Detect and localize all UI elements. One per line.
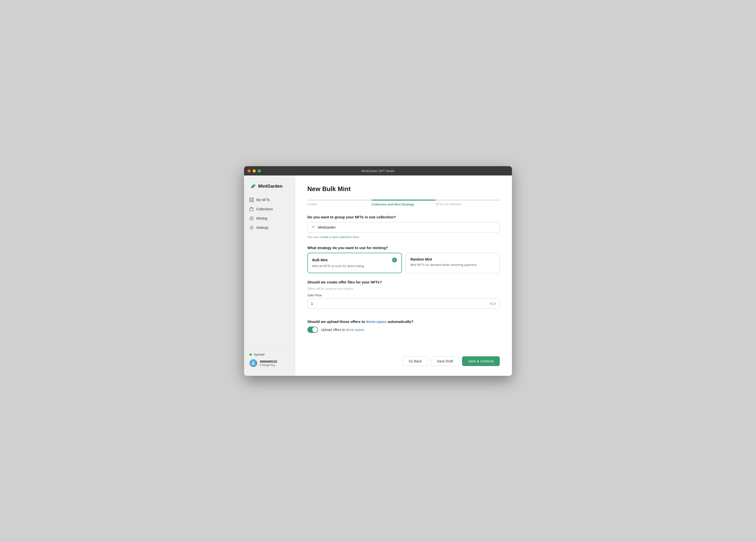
sale-price-input[interactable] bbox=[308, 299, 486, 309]
step-collection-label: Collection and Mint Strategy bbox=[371, 202, 435, 206]
dexie-link-toggle[interactable]: dexie.space bbox=[346, 328, 364, 332]
sidebar: MintGarden My NFTs bbox=[244, 175, 295, 376]
svg-rect-3 bbox=[252, 200, 254, 202]
sidebar-item-collections[interactable]: Collections bbox=[246, 205, 293, 213]
step-creator-label: Creator bbox=[307, 202, 371, 206]
toggle-label: Upload offers to dexie.space. bbox=[321, 328, 365, 332]
strategy-card-bulk-mint[interactable]: Bulk Mint ✓ Mint all NFTs at once for di… bbox=[307, 253, 402, 273]
collection-dropdown-icon bbox=[311, 225, 315, 229]
save-continue-button[interactable]: Save & Continue bbox=[462, 356, 500, 366]
main-content: New Bulk Mint Creator Collection and Min… bbox=[295, 175, 512, 376]
random-mint-title: Random Mint bbox=[410, 257, 495, 261]
bulk-mint-title: Bulk Mint ✓ bbox=[312, 257, 397, 262]
collection-question: Do you want to group your NFTs in one co… bbox=[307, 215, 500, 219]
svg-rect-2 bbox=[250, 200, 251, 202]
stepper: Creator Collection and Mint Strategy NFT… bbox=[307, 199, 500, 206]
footer-actions: Go Back Save Draft Save & Continue bbox=[307, 347, 500, 366]
upload-question-suffix: automatically? bbox=[387, 320, 413, 324]
sale-price-label: Sale Price bbox=[307, 294, 500, 297]
wallet-details: 3689485332 Change key bbox=[260, 360, 277, 367]
strategy-question: What strategy do you want to use for min… bbox=[307, 246, 500, 250]
dexie-link-question[interactable]: dexie.space bbox=[366, 320, 387, 324]
sidebar-item-minting[interactable]: Minting bbox=[246, 214, 293, 223]
svg-rect-0 bbox=[250, 198, 251, 199]
sidebar-item-settings[interactable]: Settings bbox=[246, 223, 293, 232]
wallet-avatar bbox=[249, 359, 257, 367]
sync-status: Synced bbox=[249, 353, 290, 356]
upload-question-prefix: Should we upload those offers to bbox=[307, 320, 366, 324]
hint-prefix: You can bbox=[307, 235, 320, 239]
wallet-info[interactable]: 3689485332 Change key bbox=[249, 359, 290, 367]
bulk-mint-desc: Mint all NFTs at once for direct listing… bbox=[312, 264, 397, 268]
sidebar-item-collections-label: Collections bbox=[256, 207, 273, 211]
strategy-card-random-mint[interactable]: Random Mint Mint NFTs on demand when rec… bbox=[406, 253, 500, 273]
sidebar-item-settings-label: Settings bbox=[256, 226, 269, 229]
toggle-row: Upload offers to dexie.space. bbox=[307, 327, 500, 333]
step-nfts-bar bbox=[436, 199, 500, 200]
sidebar-footer: Synced 3689485332 Change key bbox=[244, 349, 295, 371]
sidebar-item-my-nfts-label: My NFTs bbox=[256, 198, 270, 202]
collection-section: Do you want to group your NFTs in one co… bbox=[307, 215, 500, 239]
svg-rect-4 bbox=[250, 208, 253, 211]
save-draft-button[interactable]: Save Draft bbox=[431, 356, 459, 366]
bulk-mint-check-icon: ✓ bbox=[392, 257, 397, 262]
sync-dot bbox=[249, 353, 252, 356]
currency-label: XCH bbox=[486, 299, 500, 309]
sidebar-item-minting-label: Minting bbox=[256, 216, 267, 220]
grid-icon bbox=[249, 198, 254, 202]
strategy-section: What strategy do you want to use for min… bbox=[307, 246, 500, 273]
offer-section: Should we create offer files for your NF… bbox=[307, 280, 500, 309]
toggle-label-suffix: . bbox=[364, 328, 365, 332]
step-creator: Creator bbox=[307, 199, 371, 206]
step-collection: Collection and Mint Strategy bbox=[371, 199, 435, 206]
offer-sub-hint: Offers will be stored on your device. bbox=[307, 287, 500, 291]
upload-toggle[interactable] bbox=[307, 327, 318, 333]
close-button[interactable] bbox=[247, 169, 251, 172]
collection-dropdown[interactable]: MintGarden bbox=[307, 222, 500, 233]
upload-question: Should we upload those offers to dexie.s… bbox=[307, 320, 500, 324]
minimize-button[interactable] bbox=[253, 169, 256, 172]
step-nfts: NFTs and Attributes bbox=[436, 199, 500, 206]
create-collection-link[interactable]: create a new collection here. bbox=[320, 235, 360, 239]
sidebar-item-my-nfts[interactable]: My NFTs bbox=[246, 195, 293, 204]
collection-selected-value: MintGarden bbox=[318, 225, 336, 229]
collections-icon bbox=[249, 207, 254, 211]
step-nfts-label: NFTs and Attributes bbox=[436, 202, 500, 206]
go-back-button[interactable]: Go Back bbox=[403, 356, 428, 366]
strategy-cards: Bulk Mint ✓ Mint all NFTs at once for di… bbox=[307, 253, 500, 273]
page-title: New Bulk Mint bbox=[307, 185, 500, 193]
sidebar-nav: My NFTs Collections Minting bbox=[244, 195, 295, 346]
maximize-button[interactable] bbox=[258, 169, 261, 172]
logo-text: MintGarden bbox=[258, 184, 283, 189]
minting-icon bbox=[249, 216, 254, 220]
toggle-label-prefix: Upload offers to bbox=[321, 328, 346, 332]
sidebar-logo: MintGarden bbox=[244, 180, 295, 195]
window-title: MintGarden NFT Studio bbox=[361, 169, 395, 173]
window-body: MintGarden My NFTs bbox=[244, 175, 512, 376]
random-mint-desc: Mint NFTs on demand when receiving payme… bbox=[410, 263, 495, 267]
svg-rect-1 bbox=[252, 198, 254, 199]
toggle-knob bbox=[312, 327, 318, 333]
price-input-wrap: XCH bbox=[307, 299, 500, 309]
upload-section: Should we upload those offers to dexie.s… bbox=[307, 320, 500, 333]
offer-question: Should we create offer files for your NF… bbox=[307, 280, 500, 284]
wallet-id: 3689485332 bbox=[260, 360, 277, 363]
step-creator-bar bbox=[307, 199, 371, 200]
logo-icon bbox=[249, 183, 256, 189]
svg-point-7 bbox=[252, 362, 254, 364]
step-collection-bar bbox=[371, 199, 435, 200]
svg-point-6 bbox=[251, 227, 252, 228]
settings-icon bbox=[249, 225, 254, 230]
wallet-change-key[interactable]: Change key bbox=[260, 363, 277, 367]
collection-hint: You can create a new collection here. bbox=[307, 235, 500, 239]
sync-text: Synced bbox=[254, 353, 264, 356]
traffic-lights bbox=[247, 169, 261, 172]
app-window: MintGarden NFT Studio MintGarden bbox=[244, 166, 512, 376]
titlebar: MintGarden NFT Studio bbox=[244, 166, 512, 175]
